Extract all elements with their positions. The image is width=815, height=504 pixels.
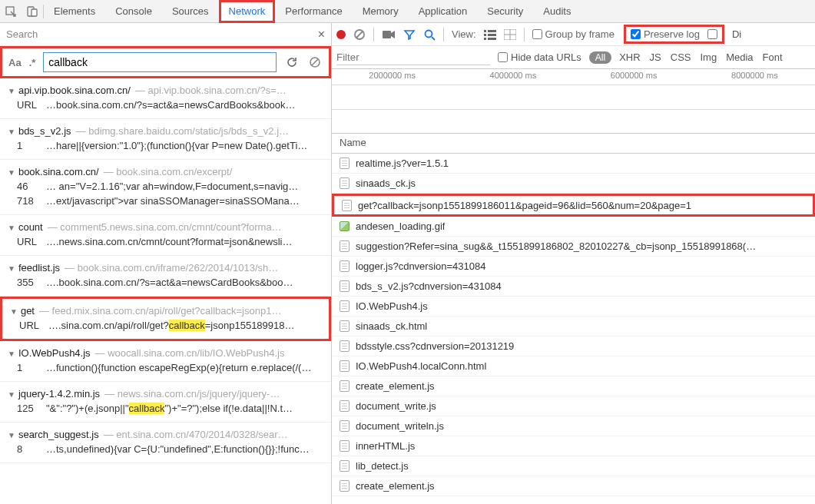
request-row[interactable]: document_writeln.js: [332, 416, 815, 436]
tab-memory[interactable]: Memory: [353, 0, 409, 23]
request-row[interactable]: realtime.js?ver=1.5.1: [332, 154, 815, 174]
request-name: lib_detect.js: [356, 460, 409, 472]
tab-security[interactable]: Security: [477, 0, 533, 23]
preserve-log-box: Preserve log: [624, 25, 724, 44]
tab-console[interactable]: Console: [105, 0, 162, 23]
type-filter-img[interactable]: Img: [700, 51, 717, 63]
group-by-frame-checkbox[interactable]: Group by frame: [532, 28, 615, 40]
record-button[interactable]: [336, 30, 346, 39]
close-icon[interactable]: ×: [318, 28, 325, 41]
type-filter-media[interactable]: Media: [726, 51, 753, 63]
search-hit[interactable]: 46… an="V=2.1.16";var ah=window,F=docume…: [0, 179, 331, 194]
hit-text: …ext/javascript">var sinaSSOManager=sina…: [46, 195, 300, 207]
request-name: get?callback=jsonp1551899186011&pageid=9…: [358, 200, 691, 211]
request-row[interactable]: bds_s_v2.js?cdnversion=431084: [332, 277, 815, 297]
clear-icon[interactable]: [353, 28, 366, 41]
request-row[interactable]: sinaads_ck.html: [332, 317, 815, 337]
filter-icon[interactable]: [403, 28, 416, 41]
request-row[interactable]: lib_detect.js: [332, 456, 815, 476]
timeline-tick: 2000000 ms: [369, 71, 416, 80]
match-case-toggle[interactable]: Aa: [8, 57, 22, 68]
view-grid-icon[interactable]: [504, 29, 516, 40]
search-icon[interactable]: [423, 28, 436, 41]
request-row[interactable]: logger.js?cdnversion=431084: [332, 257, 815, 277]
search-hit[interactable]: URL….news.sina.com.cn/cmnt/count?format=…: [0, 234, 331, 249]
search-result-group[interactable]: ▼api.vip.book.sina.com.cn/ — api.vip.boo…: [0, 78, 331, 119]
hide-data-urls-checkbox[interactable]: Hide data URLs: [498, 51, 581, 63]
search-hit[interactable]: 8…ts,undefined){var C={U:"undefined",E:f…: [0, 442, 331, 456]
request-row[interactable]: IO.WebPush4.js: [332, 297, 815, 317]
refresh-icon[interactable]: [284, 55, 300, 70]
request-name: bds_s_v2.js?cdnversion=431084: [356, 280, 502, 292]
tab-audits[interactable]: Audits: [533, 0, 581, 23]
request-name: IO.WebPush4.localConn.html: [356, 360, 486, 372]
search-result-group[interactable]: ▼search_suggest.js — ent.sina.com.cn/470…: [0, 423, 331, 463]
extra-checkbox[interactable]: [707, 29, 717, 39]
hit-text: …hare||{version:"1.0"};(function(){var P…: [46, 140, 307, 151]
search-result-group[interactable]: ▼book.sina.com.cn/ — book.sina.com.cn/ex…: [0, 160, 331, 215]
hit-text: ….book.sina.com.cn/?s=act&a=newsCardBook…: [46, 277, 293, 288]
camera-icon[interactable]: [382, 29, 396, 40]
type-filter-css[interactable]: CSS: [671, 51, 691, 63]
view-list-icon[interactable]: [484, 29, 496, 40]
search-hit[interactable]: 718…ext/javascript">var sinaSSOManager=s…: [0, 194, 331, 208]
clear-icon[interactable]: [307, 55, 323, 70]
search-hit[interactable]: URL….sina.com.cn/api/roll/get?callback=j…: [2, 318, 329, 333]
tab-sources[interactable]: Sources: [162, 0, 219, 23]
search-result-group[interactable]: ▼jquery-1.4.2.min.js — news.sina.com.cn/…: [0, 382, 331, 423]
hit-text: …function(){function escapeRegExp(e){ret…: [46, 362, 311, 373]
result-path: — book.sina.com.cn/excerpt/: [104, 166, 233, 177]
search-input[interactable]: [43, 52, 277, 72]
chevron-down-icon: ▼: [8, 350, 15, 358]
request-row[interactable]: andesen_loading.gif: [332, 217, 815, 237]
hit-text: "&":"?")+(e.jsonp||"callback")+"=?");els…: [46, 403, 293, 414]
search-hit[interactable]: 1…hare||{version:"1.0"};(function(){var …: [0, 138, 331, 153]
tab-network[interactable]: Network: [219, 0, 276, 23]
chevron-down-icon: ▼: [8, 264, 15, 273]
search-hit[interactable]: URL…book.sina.com.cn/?s=act&a=newsCardBo…: [0, 98, 331, 112]
request-row[interactable]: suggestion?Refer=sina_sug&&_t15518991868…: [332, 237, 815, 257]
search-result-group[interactable]: ▼get — feed.mix.sina.com.cn/api/roll/get…: [0, 297, 331, 341]
inspect-icon[interactable]: [0, 0, 22, 23]
tab-elements[interactable]: Elements: [44, 0, 105, 23]
search-hit[interactable]: 355….book.sina.com.cn/?s=act&a=newsCardB…: [0, 275, 331, 290]
preserve-log-checkbox[interactable]: Preserve log: [631, 28, 700, 40]
line-number: URL: [19, 320, 42, 331]
request-row[interactable]: innerHTML.js: [332, 436, 815, 456]
request-row[interactable]: create_element.js: [332, 476, 815, 496]
device-icon[interactable]: [22, 0, 43, 23]
search-hit[interactable]: 1…function(){function escapeRegExp(e){re…: [0, 360, 331, 375]
timeline-overview[interactable]: 2000000 ms4000000 ms6000000 ms8000000 ms: [332, 69, 815, 134]
search-result-group[interactable]: ▼bds_s_v2.js — bdimg.share.baidu.com/sta…: [0, 119, 331, 160]
request-row[interactable]: get?callback=jsonp1551899186011&pageid=9…: [332, 194, 815, 217]
request-row[interactable]: bdsstyle.css?cdnversion=20131219: [332, 337, 815, 356]
document-file-icon: [342, 200, 352, 211]
document-file-icon: [340, 440, 350, 452]
type-filter-xhr[interactable]: XHR: [619, 51, 640, 63]
request-row[interactable]: sinaads_ck.js: [332, 174, 815, 194]
tab-application[interactable]: Application: [409, 0, 478, 23]
document-file-icon: [340, 360, 350, 372]
request-row[interactable]: create_element.js: [332, 376, 815, 396]
line-number: URL: [17, 236, 40, 247]
search-results: ▼api.vip.book.sina.com.cn/ — api.vip.boo…: [0, 78, 331, 504]
request-name: document_write.js: [356, 400, 436, 412]
request-name: andesen_loading.gif: [356, 220, 445, 232]
type-filter-font[interactable]: Font: [763, 51, 783, 63]
request-row[interactable]: document_write.js: [332, 396, 815, 416]
tab-performance[interactable]: Performance: [275, 0, 352, 23]
timeline-tick: 6000000 ms: [611, 71, 658, 80]
column-header-name[interactable]: Name: [332, 134, 815, 154]
request-name: bdsstyle.css?cdnversion=20131219: [356, 340, 514, 352]
search-result-group[interactable]: ▼count — comment5.news.sina.com.cn/cmnt/…: [0, 215, 331, 256]
request-row[interactable]: IO.WebPush4.localConn.html: [332, 356, 815, 376]
search-result-group[interactable]: ▼feedlist.js — book.sina.com.cn/iframe/2…: [0, 256, 331, 297]
svg-line-6: [356, 32, 363, 38]
type-filter-js[interactable]: JS: [650, 51, 661, 63]
filter-input[interactable]: [336, 50, 490, 65]
search-hit[interactable]: 125"&":"?")+(e.jsonp||"callback")+"=?");…: [0, 401, 331, 416]
search-result-group[interactable]: ▼IO.WebPush4.js — woocall.sina.com.cn/li…: [0, 341, 331, 382]
request-name: suggestion?Refer=sina_sug&&_t15518991868…: [356, 240, 756, 252]
regex-toggle[interactable]: .*: [29, 57, 36, 68]
type-all-pill[interactable]: All: [589, 51, 611, 64]
